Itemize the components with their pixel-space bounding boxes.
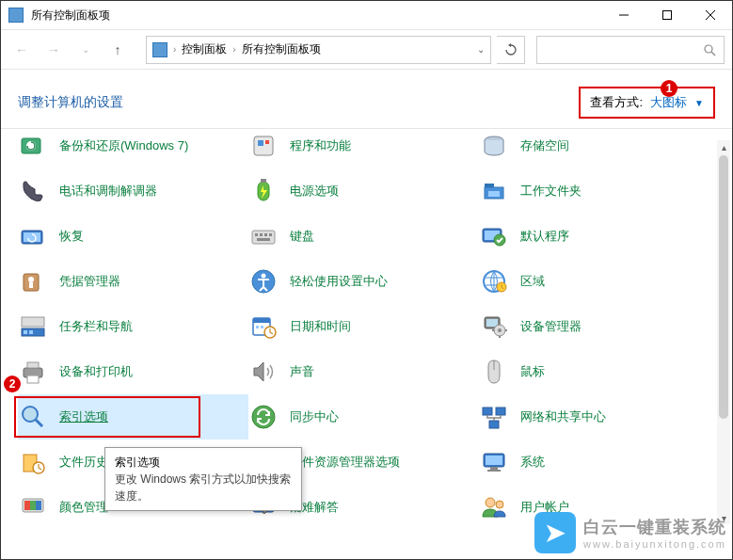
sound-icon <box>248 357 279 387</box>
svg-rect-19 <box>252 231 275 244</box>
window-title: 所有控制面板项 <box>31 8 602 24</box>
minimize-icon <box>619 10 629 20</box>
title-bar: 所有控制面板项 <box>1 1 732 30</box>
svg-point-52 <box>23 407 38 422</box>
scroll-thumb[interactable] <box>719 155 728 419</box>
item-label: 设备管理器 <box>520 318 582 335</box>
svg-rect-38 <box>22 317 44 327</box>
cp-item-device-manager[interactable]: 设备管理器 <box>479 304 709 349</box>
cp-item-indexing-options[interactable]: 索引选项 <box>18 394 248 440</box>
view-mode-selector[interactable]: 查看方式: 大图标 ▼ <box>579 87 715 119</box>
cp-item-backup-restore[interactable]: 备份和还原(Windows 7) <box>18 128 248 168</box>
recent-dropdown[interactable]: ⌄ <box>72 37 99 63</box>
system-icon <box>479 447 509 477</box>
svg-point-32 <box>262 274 266 279</box>
cp-item-sound[interactable]: 声音 <box>248 349 479 394</box>
item-label: 凭据管理器 <box>59 273 120 290</box>
cp-item-mouse[interactable]: 鼠标 <box>479 349 709 394</box>
phone-icon <box>18 176 48 206</box>
svg-rect-36 <box>24 330 27 334</box>
cp-item-work-folders[interactable]: 工作文件夹 <box>479 168 709 214</box>
up-button[interactable]: ↑ <box>104 37 131 63</box>
search-input[interactable] <box>536 36 725 64</box>
item-label: 恢复 <box>59 228 84 245</box>
item-label: 键盘 <box>290 228 314 245</box>
svg-rect-68 <box>24 501 30 510</box>
svg-point-4 <box>705 45 712 53</box>
cp-item-devices-printers[interactable]: 设备和打印机 <box>18 349 248 394</box>
refresh-button[interactable] <box>497 36 525 64</box>
subheader: 调整计算机的设置 查看方式: 大图标 ▼ <box>1 70 732 128</box>
cp-item-region[interactable]: 区域 <box>479 259 709 304</box>
svg-rect-55 <box>483 408 492 415</box>
close-icon <box>706 10 715 20</box>
item-label: 轻松使用设置中心 <box>290 273 388 290</box>
cp-item-system[interactable]: 系统 <box>479 440 709 485</box>
svg-point-74 <box>496 501 503 508</box>
svg-rect-16 <box>488 191 500 197</box>
vertical-scrollbar[interactable]: ▴ ▾ <box>717 140 730 524</box>
cp-item-default-programs[interactable]: 默认程序 <box>479 214 709 259</box>
address-bar[interactable]: › 控制面板 › 所有控制面板项 ⌄ <box>146 36 491 64</box>
cp-item-storage-spaces[interactable]: 存储空间 <box>479 128 709 168</box>
view-mode-label: 查看方式: <box>590 94 643 111</box>
mouse-icon <box>479 357 509 387</box>
svg-rect-64 <box>486 456 502 465</box>
svg-rect-22 <box>264 233 267 236</box>
maximize-icon <box>662 10 672 20</box>
svg-rect-13 <box>261 179 266 183</box>
chevron-right-icon: › <box>173 44 176 55</box>
watermark-subtext: www.baiyunxitong.com <box>583 538 726 550</box>
item-label: 任务栏和导航 <box>59 318 133 335</box>
scroll-up-button[interactable]: ▴ <box>717 140 730 153</box>
network-icon <box>479 402 509 432</box>
maximize-button[interactable] <box>645 1 689 30</box>
cp-item-ease-of-access[interactable]: 轻松使用设置中心 <box>248 259 479 304</box>
control-panel-icon <box>8 8 24 23</box>
item-label: 存储空间 <box>520 137 569 154</box>
svg-line-53 <box>36 420 42 426</box>
cp-item-keyboard[interactable]: 键盘 <box>248 214 479 259</box>
annotation-badge-1: 1 <box>661 80 677 97</box>
close-button[interactable] <box>689 1 732 30</box>
cp-item-programs-features[interactable]: 程序和功能 <box>248 128 479 168</box>
svg-rect-50 <box>27 376 39 383</box>
forward-button[interactable]: → <box>40 37 67 63</box>
region-icon <box>479 266 509 296</box>
svg-line-5 <box>711 52 715 56</box>
svg-rect-20 <box>255 233 258 236</box>
svg-rect-21 <box>260 233 263 236</box>
item-label: 同步中心 <box>290 408 339 425</box>
cp-item-taskbar-navigation[interactable]: 任务栏和导航 <box>18 304 248 349</box>
user-accounts-icon <box>479 492 509 522</box>
svg-rect-24 <box>257 238 270 241</box>
chevron-down-icon[interactable]: ⌄ <box>477 44 485 55</box>
cp-item-network-sharing[interactable]: 网络和共享中心 <box>479 394 709 440</box>
cp-item-date-time[interactable]: 日期和时间 <box>248 304 479 349</box>
cp-item-power-options[interactable]: 电源选项 <box>248 168 479 214</box>
breadcrumb-item[interactable]: 所有控制面板项 <box>242 41 321 57</box>
taskbar-icon <box>18 312 48 342</box>
tooltip: 索引选项 更改 Windows 索引方式以加快搜索速度。 <box>104 447 302 511</box>
cp-item-sync-center[interactable]: 同步中心 <box>248 394 479 440</box>
chevron-down-icon: ▼ <box>694 98 704 108</box>
minimize-button[interactable] <box>602 1 645 30</box>
cp-item-credential-manager[interactable]: 凭据管理器 <box>18 259 248 304</box>
back-button[interactable]: ← <box>8 37 35 63</box>
cp-item-recovery[interactable]: 恢复 <box>18 214 248 259</box>
printer-icon <box>18 357 48 387</box>
svg-point-29 <box>28 277 34 282</box>
watermark-text: 白云一键重装系统 <box>583 516 726 538</box>
item-label: 设备和打印机 <box>59 363 133 380</box>
refresh-icon <box>504 43 518 56</box>
indexing-icon <box>18 402 48 432</box>
item-label: 日期和时间 <box>290 318 351 335</box>
item-label: 索引选项 <box>59 408 108 425</box>
svg-rect-23 <box>269 233 272 236</box>
control-panel-icon <box>152 42 167 57</box>
sync-icon <box>248 402 279 432</box>
cp-item-phone-modem[interactable]: 电话和调制解调器 <box>18 168 248 214</box>
svg-point-47 <box>498 328 502 332</box>
keyboard-icon <box>248 221 279 251</box>
breadcrumb-item[interactable]: 控制面板 <box>182 41 227 57</box>
